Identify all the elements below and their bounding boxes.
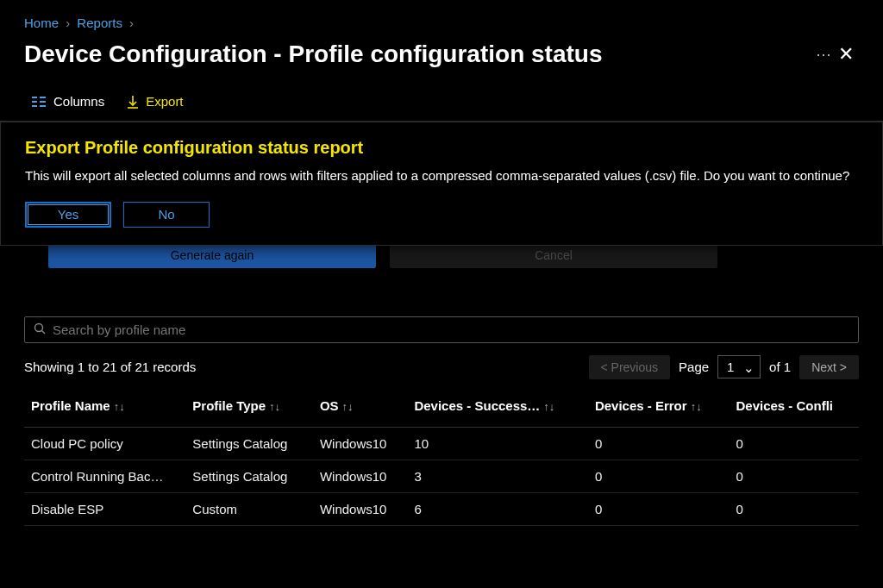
results-table: Profile Name↑↓ Profile Type↑↓ OS↑↓ Devic… [24,388,859,526]
cell-error: 0 [588,427,730,460]
cell-success: 6 [407,492,587,525]
yes-button[interactable]: Yes [25,202,111,228]
cell-os: Windows10 [313,492,408,525]
download-icon [127,95,139,109]
table-row[interactable]: Disable ESP Custom Windows10 6 0 0 [24,492,859,525]
page-label: Page [679,360,709,374]
cell-os: Windows10 [313,427,408,460]
columns-button[interactable]: Columns [31,94,104,109]
col-success[interactable]: Devices - Success…↑↓ [407,388,587,428]
cell-error: 0 [588,492,730,525]
col-conflict[interactable]: Devices - Confli [729,388,859,428]
search-input[interactable] [53,322,849,337]
cancel-button[interactable]: Cancel [390,242,717,268]
page-of-label: of 1 [769,360,791,374]
toolbar: Columns Export [0,89,883,122]
cell-success: 10 [407,427,587,460]
page-title: Device Configuration - Profile configura… [24,41,804,68]
export-dialog: Export Profile configuration status repo… [0,122,883,246]
col-profile-name[interactable]: Profile Name↑↓ [24,388,185,428]
export-label: Export [146,94,183,109]
cell-name: Cloud PC policy [24,427,185,460]
sort-icon: ↑↓ [543,400,554,413]
cell-type: Settings Catalog [185,460,313,492]
breadcrumb-reports[interactable]: Reports [77,16,122,30]
cell-os: Windows10 [313,460,408,492]
col-error[interactable]: Devices - Error↑↓ [588,388,730,428]
sort-icon: ↑↓ [691,400,702,413]
col-os[interactable]: OS↑↓ [313,388,408,428]
sort-icon: ↑↓ [114,400,125,413]
page-header: Device Configuration - Profile configura… [0,37,883,89]
chevron-down-icon: ⌄ [743,360,755,376]
cell-name: Disable ESP [24,492,185,525]
table-row[interactable]: Control Running Bac… Settings Catalog Wi… [24,460,859,492]
generate-again-button[interactable]: Generate again [48,242,376,268]
table-row[interactable]: Cloud PC policy Settings Catalog Windows… [24,427,859,460]
columns-label: Columns [53,94,104,109]
col-profile-type[interactable]: Profile Type↑↓ [185,388,313,428]
cell-conflict: 0 [729,427,859,460]
page-current: 1 [727,360,734,374]
cell-conflict: 0 [729,492,859,525]
close-icon[interactable]: ✕ [833,43,859,66]
more-icon[interactable]: ⋯ [816,45,833,64]
next-button[interactable]: Next > [799,355,859,379]
no-button[interactable]: No [123,202,210,228]
svg-line-9 [42,330,46,334]
dialog-body: This will export all selected columns an… [25,166,858,186]
cell-conflict: 0 [729,460,859,492]
cell-error: 0 [588,460,730,492]
search-icon [34,322,46,337]
background-actions: Generate again Cancel [48,242,859,268]
previous-button[interactable]: < Previous [589,355,671,379]
cell-type: Settings Catalog [185,427,313,460]
cell-name: Control Running Bac… [24,460,185,492]
breadcrumb-home[interactable]: Home [24,16,59,30]
breadcrumb: Home › Reports › [0,0,883,37]
record-count-label: Showing 1 to 21 of 21 records [24,360,196,374]
export-button[interactable]: Export [127,94,183,109]
columns-icon [31,96,47,108]
page-select[interactable]: 1 ⌄ [717,355,761,378]
cell-success: 3 [407,460,587,492]
dialog-title: Export Profile configuration status repo… [25,138,858,158]
cell-type: Custom [185,492,313,525]
sort-icon: ↑↓ [269,400,280,413]
sort-icon: ↑↓ [342,400,354,413]
chevron-right-icon: › [66,16,70,30]
search-box[interactable] [24,316,859,343]
chevron-right-icon: › [129,16,134,30]
svg-point-8 [35,323,43,331]
